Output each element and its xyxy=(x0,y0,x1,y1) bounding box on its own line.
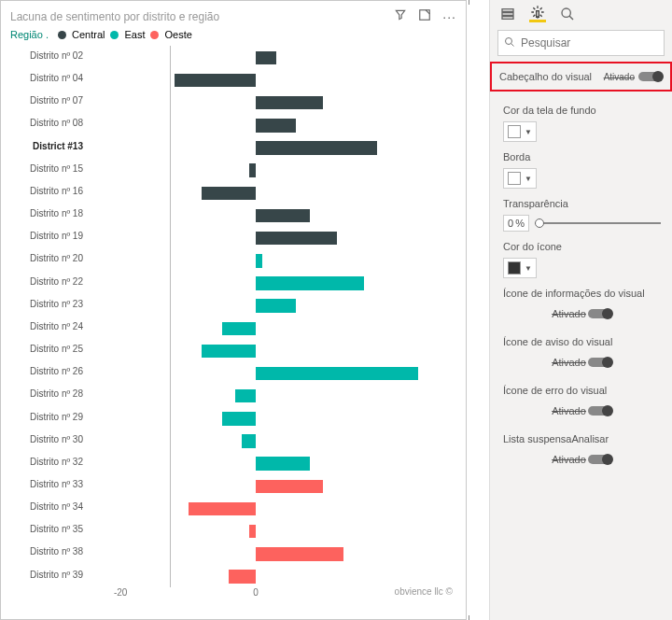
fields-tab-icon[interactable] xyxy=(499,6,516,22)
category-label: Distrito nº 39 xyxy=(7,570,83,580)
bar-row: Distrito nº 25 xyxy=(87,341,456,363)
bar[interactable] xyxy=(222,412,256,426)
analyze-dd-state: Ativado xyxy=(552,454,586,465)
resize-handle-br[interactable] xyxy=(462,615,469,620)
bg-color-picker[interactable]: ▼ xyxy=(503,121,537,142)
bar[interactable] xyxy=(256,276,364,290)
warn-icon-label: Ícone de aviso do visual xyxy=(503,336,661,347)
analyze-dd-toggle-row: Ativado xyxy=(503,450,661,465)
legend-swatch-oeste xyxy=(150,31,159,39)
resize-handle-tr[interactable] xyxy=(462,0,469,5)
bar[interactable] xyxy=(256,547,343,561)
bar-row: Distrito nº 04 xyxy=(87,70,456,92)
bar-row: Distrito nº 30 xyxy=(87,431,456,454)
analytics-tab-icon[interactable] xyxy=(559,6,576,22)
attribution-text: obvience llc © xyxy=(395,586,453,597)
format-tab-icon[interactable] xyxy=(529,6,546,22)
category-label: Distrito nº 20 xyxy=(7,253,83,263)
bar-row: Distrito nº 22 xyxy=(87,274,456,296)
focus-mode-icon[interactable] xyxy=(418,8,431,25)
bar[interactable] xyxy=(242,434,255,448)
bar[interactable] xyxy=(249,525,256,539)
category-label: Distrito nº 26 xyxy=(7,366,83,376)
transparency-label: Transparência xyxy=(503,198,661,209)
bar-row: Distrito nº 34 xyxy=(87,499,456,521)
bar[interactable] xyxy=(256,51,276,65)
bar[interactable] xyxy=(256,232,337,246)
warn-icon-toggle[interactable] xyxy=(588,358,612,367)
info-icon-toggle[interactable] xyxy=(588,309,612,318)
bar-row: Distrito nº 29 xyxy=(87,409,456,431)
legend-label-east: East xyxy=(124,29,145,40)
bar[interactable] xyxy=(222,322,256,336)
bar-row: Distrito nº 15 xyxy=(87,161,456,183)
visual-header-section[interactable]: Cabeçalho do visual Ativado xyxy=(490,62,672,92)
slider-knob[interactable] xyxy=(535,218,544,228)
category-label: Distrito nº 16 xyxy=(7,186,83,196)
transparency-input[interactable]: 0 % xyxy=(503,215,529,232)
icon-color-picker[interactable]: ▼ xyxy=(503,258,537,278)
category-label: Distrito nº 34 xyxy=(7,501,83,512)
visual-header-row: Lacuna de sentimento por distrito e regi… xyxy=(1,1,466,29)
bar[interactable] xyxy=(249,163,256,177)
info-icon-label: Ícone de informações do visual xyxy=(503,288,661,299)
bar[interactable] xyxy=(256,141,377,155)
warn-icon-state: Ativado xyxy=(552,357,586,368)
info-icon-toggle-row: Ativado xyxy=(503,304,661,327)
err-icon-state: Ativado xyxy=(552,405,586,416)
err-icon-toggle[interactable] xyxy=(588,406,612,416)
legend-label-oeste: Oeste xyxy=(164,29,191,40)
bar[interactable] xyxy=(256,480,323,494)
bar[interactable] xyxy=(189,502,256,516)
legend-swatch-central xyxy=(58,31,66,39)
visual-header-label: Cabeçalho do visual xyxy=(499,71,592,82)
resize-handle-bl[interactable] xyxy=(0,615,5,620)
more-options-icon[interactable]: ··· xyxy=(442,9,456,24)
resize-handle-tl[interactable] xyxy=(0,0,5,5)
category-label: Distrito nº 33 xyxy=(7,479,83,489)
bar[interactable] xyxy=(256,209,310,223)
bar[interactable] xyxy=(256,119,296,133)
category-label: Distrito nº 19 xyxy=(7,231,83,241)
bar-row: District #13 xyxy=(87,138,456,161)
err-icon-label: Ícone de erro do visual xyxy=(503,385,661,396)
transparency-value: 0 xyxy=(508,218,513,229)
visual-container: Lacuna de sentimento por distrito e regi… xyxy=(0,0,467,620)
bar[interactable] xyxy=(256,367,418,381)
bar[interactable] xyxy=(202,345,256,359)
bar[interactable] xyxy=(256,299,296,313)
search-input[interactable] xyxy=(521,36,661,49)
bar-row: Distrito nº 08 xyxy=(87,115,456,137)
bar-row: Distrito nº 35 xyxy=(87,521,456,543)
category-label: Distrito nº 22 xyxy=(7,276,83,287)
visual-title: Lacuna de sentimento por distrito e regi… xyxy=(10,10,219,23)
pane-tabs xyxy=(490,0,672,24)
bar[interactable] xyxy=(256,96,323,110)
category-label: Distrito nº 24 xyxy=(7,321,83,331)
bar[interactable] xyxy=(235,389,256,403)
category-label: Distrito nº 38 xyxy=(7,546,83,557)
border-color-picker[interactable]: ▼ xyxy=(503,168,537,189)
bar-row: Distrito nº 19 xyxy=(87,228,456,250)
category-label: Distrito nº 07 xyxy=(7,95,83,106)
category-label: Distrito nº 02 xyxy=(7,50,83,61)
transparency-slider[interactable] xyxy=(537,222,661,224)
bar[interactable] xyxy=(229,570,256,584)
visual-header-toggle[interactable]: Ativado xyxy=(604,72,663,82)
analyze-dd-toggle[interactable] xyxy=(588,455,612,464)
category-label: Distrito nº 25 xyxy=(7,344,83,354)
bar[interactable] xyxy=(256,457,310,471)
filter-icon[interactable] xyxy=(394,8,407,25)
bar[interactable] xyxy=(256,254,262,268)
bar[interactable] xyxy=(202,187,256,201)
category-label: Distrito nº 15 xyxy=(7,163,83,174)
transparency-control: 0 % xyxy=(503,215,661,232)
border-label: Borda xyxy=(503,151,661,162)
search-box[interactable] xyxy=(497,30,665,56)
category-label: Distrito nº 23 xyxy=(7,299,83,309)
bar[interactable] xyxy=(175,74,256,88)
bg-color-label: Cor da tela de fundo xyxy=(503,105,661,116)
err-icon-toggle-row: Ativado xyxy=(503,402,661,424)
bar-row: Distrito nº 32 xyxy=(87,454,456,476)
category-label: Distrito nº 32 xyxy=(7,457,83,467)
